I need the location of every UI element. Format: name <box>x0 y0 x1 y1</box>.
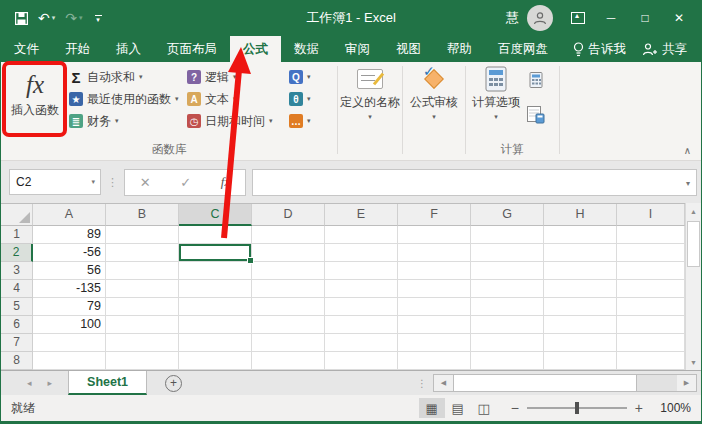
sheet-tab-sheet1[interactable]: Sheet1 <box>68 371 147 395</box>
horizontal-scroll-thumb[interactable] <box>453 375 637 391</box>
cell-A4[interactable]: -135 <box>33 280 106 298</box>
cell-A5[interactable]: 79 <box>33 298 106 316</box>
cell-H1[interactable] <box>544 226 617 244</box>
cell-G7[interactable] <box>471 334 544 352</box>
scroll-up-icon[interactable]: ▲ <box>686 203 701 219</box>
cell-E4[interactable] <box>325 280 398 298</box>
cell-G5[interactable] <box>471 298 544 316</box>
tab-file[interactable]: 文件 <box>1 36 52 62</box>
vertical-scrollbar[interactable]: ▲ ▼ <box>685 203 701 370</box>
scrollbar-resize-handle[interactable]: ⋮ <box>417 381 427 386</box>
cell-A2[interactable]: -56 <box>33 244 106 262</box>
cell-H4[interactable] <box>544 280 617 298</box>
row-header-3[interactable]: 3 <box>1 262 33 280</box>
cell-C4[interactable] <box>179 280 252 298</box>
normal-view-button[interactable]: ▦ <box>419 398 445 418</box>
cell-B4[interactable] <box>106 280 179 298</box>
row-header-1[interactable]: 1 <box>1 226 33 244</box>
calculate-sheet-button[interactable] <box>527 106 545 127</box>
avatar[interactable] <box>527 5 553 31</box>
cell-F7[interactable] <box>398 334 471 352</box>
tab-insert[interactable]: 插入 <box>103 36 154 62</box>
defined-names-button[interactable]: 定义的名称 ▾ <box>339 66 401 121</box>
cell-C5[interactable] <box>179 298 252 316</box>
more-functions-button[interactable]: … ▾ <box>289 110 311 132</box>
column-header-a[interactable]: A <box>33 204 106 226</box>
cell-E3[interactable] <box>325 262 398 280</box>
row-header-6[interactable]: 6 <box>1 316 33 334</box>
lookup-reference-button[interactable]: Q ▾ <box>289 66 311 88</box>
cell-H5[interactable] <box>544 298 617 316</box>
math-trig-button[interactable]: θ ▾ <box>289 88 311 110</box>
zoom-level[interactable]: 100% <box>653 401 691 415</box>
tab-home[interactable]: 开始 <box>52 36 103 62</box>
cell-D8[interactable] <box>252 352 325 370</box>
cell-E8[interactable] <box>325 352 398 370</box>
cell-C3[interactable] <box>179 262 252 280</box>
cell-F1[interactable] <box>398 226 471 244</box>
zoom-in-button[interactable]: + <box>635 400 643 416</box>
cell-C1[interactable] <box>179 226 252 244</box>
tab-data[interactable]: 数据 <box>281 36 332 62</box>
formula-auditing-button[interactable]: ✓ 公式审核 ▾ <box>404 66 464 121</box>
cell-B5[interactable] <box>106 298 179 316</box>
cell-F8[interactable] <box>398 352 471 370</box>
cell-H6[interactable] <box>544 316 617 334</box>
row-header-8[interactable]: 8 <box>1 352 33 370</box>
prev-sheet-icon[interactable]: ◂ <box>27 378 32 388</box>
column-header-d[interactable]: D <box>252 204 325 226</box>
name-box[interactable]: C2 ▾ <box>9 169 101 195</box>
cell-H2[interactable] <box>544 244 617 262</box>
cell-I8[interactable] <box>617 352 685 370</box>
cell-F3[interactable] <box>398 262 471 280</box>
tab-page-layout[interactable]: 页面布局 <box>154 36 230 62</box>
select-all-button[interactable] <box>1 204 33 226</box>
share-button[interactable]: 共享 <box>642 41 687 58</box>
cell-G8[interactable] <box>471 352 544 370</box>
cell-C7[interactable] <box>179 334 252 352</box>
date-time-button[interactable]: ◷ 日期和时间 ▾ <box>187 110 273 132</box>
horizontal-scrollbar[interactable]: ◀ ▶ <box>433 374 697 392</box>
logical-button[interactable]: ? 逻辑 ▾ <box>187 66 273 88</box>
cell-D6[interactable] <box>252 316 325 334</box>
calculate-now-button[interactable] <box>529 72 543 91</box>
cell-B3[interactable] <box>106 262 179 280</box>
column-header-c[interactable]: C <box>179 204 252 226</box>
cell-D3[interactable] <box>252 262 325 280</box>
tab-view[interactable]: 视图 <box>383 36 434 62</box>
vertical-scroll-thumb[interactable] <box>687 221 700 267</box>
tab-help[interactable]: 帮助 <box>434 36 485 62</box>
row-header-4[interactable]: 4 <box>1 280 33 298</box>
cell-F5[interactable] <box>398 298 471 316</box>
enter-entry-button[interactable]: ✓ <box>180 175 191 190</box>
column-header-g[interactable]: G <box>471 204 544 226</box>
cell-E1[interactable] <box>325 226 398 244</box>
column-header-h[interactable]: H <box>544 204 617 226</box>
cell-H7[interactable] <box>544 334 617 352</box>
cell-B7[interactable] <box>106 334 179 352</box>
cell-B1[interactable] <box>106 226 179 244</box>
tell-me-button[interactable]: 告诉我 <box>573 41 627 58</box>
cell-G4[interactable] <box>471 280 544 298</box>
zoom-slider-thumb[interactable] <box>575 402 579 414</box>
cell-A3[interactable]: 56 <box>33 262 106 280</box>
ribbon-display-options-button[interactable] <box>571 12 585 24</box>
scroll-right-icon[interactable]: ▶ <box>677 375 696 391</box>
cell-D2[interactable] <box>252 244 325 262</box>
cell-I2[interactable] <box>617 244 685 262</box>
column-header-e[interactable]: E <box>325 204 398 226</box>
cell-C8[interactable] <box>179 352 252 370</box>
cell-F2[interactable] <box>398 244 471 262</box>
cell-A1[interactable]: 89 <box>33 226 106 244</box>
insert-function-fx-button[interactable]: fx <box>221 174 230 190</box>
scroll-left-icon[interactable]: ◀ <box>434 375 453 391</box>
autosum-button[interactable]: Σ 自动求和 ▾ <box>69 66 179 88</box>
cell-I6[interactable] <box>617 316 685 334</box>
cell-D1[interactable] <box>252 226 325 244</box>
insert-function-button[interactable]: fx 插入函数 <box>9 68 61 132</box>
page-break-view-button[interactable]: ◫ <box>471 398 497 418</box>
cell-A8[interactable] <box>33 352 106 370</box>
cell-C2[interactable] <box>179 244 252 262</box>
cell-E6[interactable] <box>325 316 398 334</box>
cell-G6[interactable] <box>471 316 544 334</box>
